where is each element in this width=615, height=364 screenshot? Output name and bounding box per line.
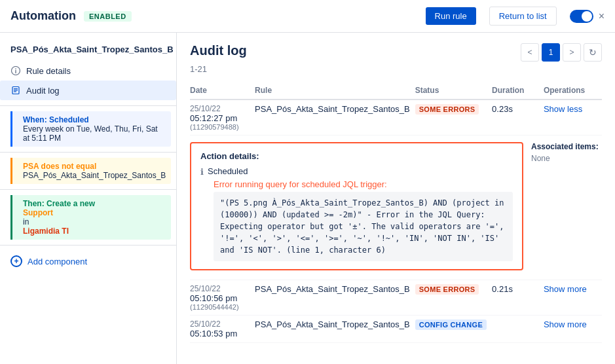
enabled-toggle[interactable] [570, 10, 593, 23]
row-operation[interactable]: Show more [544, 280, 602, 316]
then-detail: Support in Ligamidia TI [23, 208, 160, 236]
action-details-wrap: Action details: ℹ Scheduled Error runnin… [190, 138, 602, 274]
rule-details-label: Rule details [26, 66, 71, 76]
row-status: SOME ERRORS [415, 100, 492, 136]
pagination: < 1 > ↻ [521, 43, 602, 62]
audit-log-icon [10, 85, 21, 96]
col-operations: Operations [544, 82, 602, 100]
current-page-button[interactable]: 1 [542, 43, 560, 62]
svg-rect-2 [15, 69, 16, 70]
next-page-button[interactable]: > [563, 43, 581, 62]
row-operation[interactable]: Show less [544, 100, 602, 136]
sidebar-rule-name: PSA_Pós_Akta_Saint_Tropez_Santos_B [0, 41, 176, 61]
code-block: "(PS 5.png À_Pós_Akta_Saint_Tropez_Santo… [214, 192, 513, 261]
condition-label: PSA does not equal [23, 162, 160, 171]
action-details-title: Action details: [200, 151, 513, 161]
return-to-list-button[interactable]: Return to list [489, 7, 557, 26]
main-layout: PSA_Pós_Akta_Saint_Tropez_Santos_B Rule … [0, 33, 615, 364]
page-range: 1-21 [190, 64, 602, 74]
sidebar-item-rule-details[interactable]: Rule details [0, 61, 176, 81]
svg-rect-6 [14, 91, 16, 92]
refresh-button[interactable]: ↻ [584, 43, 602, 62]
toggle-wrap: × [570, 10, 605, 23]
sidebar: PSA_Pós_Akta_Saint_Tropez_Santos_B Rule … [0, 33, 177, 364]
prev-page-button[interactable]: < [521, 43, 539, 62]
svg-rect-4 [14, 88, 18, 89]
condition-detail: PSA_Pós_Akta_Saint_Tropez_Santos_B [23, 171, 160, 180]
action-details-cell: Action details: ℹ Scheduled Error runnin… [190, 136, 602, 280]
header: Automation ENABLED Run rule Return to li… [0, 0, 615, 33]
info-icon [10, 65, 21, 76]
table-row: 25/10/22 05:10:56 pm (11290544442) PSA_P… [190, 280, 602, 316]
audit-log-label: Audit log [26, 86, 60, 96]
when-block: When: Scheduled Every week on Tue, Wed, … [10, 111, 171, 147]
then-block: Then: Create a new Support in Ligamidia … [10, 195, 171, 240]
table-row: 25/10/22 05:10:53 pm PSA_Pós_Akta_Saint_… [190, 316, 602, 343]
row-rule: PSA_Pós_Akta_Saint_Tropez_Santos_B [255, 100, 415, 136]
scheduled-label: Scheduled [208, 166, 248, 176]
associated-title: Associated items: [531, 142, 602, 151]
scheduled-row: ℹ Scheduled [200, 166, 513, 177]
then-org: Ligamidia TI [23, 227, 69, 236]
info-icon: ℹ [200, 167, 204, 177]
add-component-button[interactable]: + Add component [0, 251, 176, 272]
content-area: Audit log < 1 > ↻ 1-21 Date Rule Status … [177, 33, 615, 364]
app-title: Automation [10, 9, 76, 23]
when-label: When: Scheduled [23, 115, 160, 124]
row-duration: 0.23s [492, 100, 544, 136]
col-duration: Duration [492, 82, 544, 100]
row-rule: PSA_Pós_Akta_Saint_Tropez_Santos_B [255, 280, 415, 316]
action-details-panel: Action details: ℹ Scheduled Error runnin… [190, 142, 523, 270]
condition-block: PSA does not equal PSA_Pós_Akta_Saint_Tr… [10, 158, 171, 184]
then-support: Support [23, 208, 53, 217]
error-label: Error running query for scheduled JQL tr… [200, 179, 513, 189]
row-duration [492, 316, 544, 343]
sidebar-item-audit-log[interactable]: Audit log [0, 81, 176, 100]
svg-rect-5 [14, 90, 18, 90]
page-title: Audit log [190, 43, 247, 58]
row-date: 25/10/22 05:10:56 pm (11290544442) [190, 280, 255, 316]
associated-items: Associated items: None [523, 138, 602, 274]
row-operation[interactable]: Show more [544, 316, 602, 343]
row-date: 25/10/22 05:10:53 pm [190, 316, 255, 343]
plus-icon: + [10, 255, 22, 267]
row-rule: PSA_Pós_Akta_Saint_Tropez_Santos_B [255, 316, 415, 343]
col-date: Date [190, 82, 255, 100]
enabled-badge: ENABLED [84, 11, 132, 22]
audit-table: Date Rule Status Duration Operations 25/… [190, 82, 602, 343]
action-details-row: Action details: ℹ Scheduled Error runnin… [190, 136, 602, 280]
table-row: 25/10/22 05:12:27 pm (11290579488) PSA_P… [190, 100, 602, 136]
row-date: 25/10/22 05:12:27 pm (11290579488) [190, 100, 255, 136]
add-component-label: Add component [28, 257, 87, 266]
svg-rect-1 [15, 70, 16, 73]
run-rule-button[interactable]: Run rule [426, 7, 476, 25]
row-status: CONFIG CHANGE [415, 316, 492, 343]
then-label: Then: Create a new [23, 199, 160, 208]
col-status: Status [415, 82, 492, 100]
when-detail: Every week on Tue, Wed, Thu, Fri, Sat at… [23, 124, 160, 143]
close-button[interactable]: × [599, 10, 605, 22]
associated-value: None [531, 154, 602, 163]
row-duration: 0.21s [492, 280, 544, 316]
row-status: SOME ERRORS [415, 280, 492, 316]
then-in: in [23, 217, 29, 227]
col-rule: Rule [255, 82, 415, 100]
